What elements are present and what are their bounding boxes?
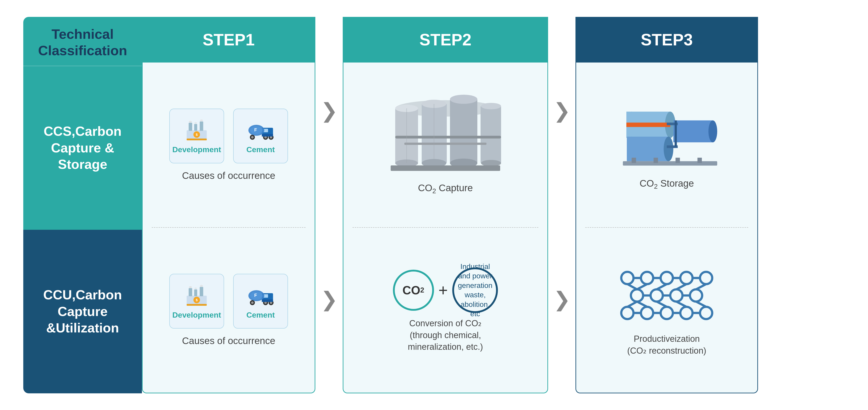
svg-point-6 — [200, 120, 203, 122]
development-icon-box-2: $ Development — [169, 274, 224, 328]
svg-text:$: $ — [196, 132, 198, 136]
svg-point-68 — [664, 137, 673, 161]
svg-point-84 — [700, 272, 712, 284]
step1-ccu-section: $ Development — [143, 228, 315, 393]
arrow-1: ❯ ❯ — [315, 17, 343, 393]
left-body: CCS,Carbon Capture & Storage CCU,Carbon … — [23, 66, 142, 393]
svg-line-100 — [696, 284, 706, 289]
development-icon-box: $ Development — [169, 108, 224, 163]
svg-point-92 — [690, 289, 702, 302]
left-header: Technical Classification — [23, 17, 142, 66]
co2-circle: CO2 — [393, 270, 434, 311]
development-label: Development — [172, 145, 221, 154]
svg-line-98 — [657, 284, 667, 289]
svg-point-83 — [680, 272, 692, 284]
svg-rect-23 — [189, 288, 192, 296]
step1-ccs-section: $ Development — [143, 63, 315, 227]
svg-point-52 — [450, 95, 477, 104]
svg-rect-74 — [675, 121, 677, 147]
svg-rect-75 — [623, 161, 717, 166]
arrow-2-top: ❯ — [553, 17, 570, 205]
arrow-right-icon-3: ❯ — [553, 100, 570, 121]
svg-rect-76 — [631, 158, 636, 163]
svg-point-4 — [189, 121, 192, 123]
svg-rect-51 — [450, 99, 477, 163]
molecule-image — [614, 263, 719, 327]
co2-conversion-diagram: CO2 + Industrial and power generation wa… — [393, 267, 498, 313]
svg-line-114 — [696, 302, 706, 307]
svg-point-80 — [621, 272, 634, 284]
svg-point-91 — [670, 289, 682, 302]
cement-label-2: Cement — [246, 311, 275, 319]
svg-text:F: F — [254, 128, 257, 132]
step3-storage-section: CO2 Storage — [576, 63, 757, 227]
svg-rect-78 — [675, 158, 680, 163]
step2-conversion-caption: Conversion of CO₂ (through chemical, min… — [408, 318, 483, 353]
svg-point-42 — [251, 302, 254, 304]
svg-rect-31 — [187, 304, 207, 306]
svg-rect-2 — [194, 124, 197, 131]
ccu-label: CCU,Carbon Capture &Utilization — [30, 287, 135, 336]
ccs-label: CCS,Carbon Capture & Storage — [30, 123, 135, 173]
arrow-2-bottom: ❯ — [553, 206, 570, 393]
svg-rect-70 — [673, 121, 713, 143]
svg-rect-57 — [395, 136, 501, 138]
step1-ccs-caption: Causes of occurrence — [182, 170, 275, 181]
cement-truck-icon: F — [247, 118, 274, 143]
step1-header: STEP1 — [142, 17, 315, 63]
arrow-right-icon-2: ❯ — [320, 289, 338, 310]
svg-rect-59 — [391, 165, 500, 171]
step3-column: STEP3 — [576, 17, 758, 393]
svg-point-26 — [189, 286, 192, 288]
storage-image — [610, 99, 724, 172]
waste-circle: Industrial and power generation waste, a… — [452, 267, 498, 313]
svg-rect-21 — [262, 134, 273, 137]
svg-point-55 — [481, 103, 501, 109]
step2-body: CO2 Capture CO2 + Industrial and power g… — [343, 63, 548, 393]
arrow-right-icon-1: ❯ — [320, 100, 338, 121]
svg-rect-79 — [698, 158, 702, 163]
svg-line-111 — [637, 302, 647, 307]
step1-icons-row: $ Development — [169, 108, 288, 163]
arrow-right-icon-4: ❯ — [553, 289, 570, 310]
svg-text:$: $ — [196, 298, 198, 302]
left-panel: Technical Classification CCS,Carbon Capt… — [23, 17, 142, 393]
svg-point-90 — [651, 289, 663, 302]
step1-title: STEP1 — [203, 30, 255, 49]
svg-point-5 — [194, 122, 197, 124]
step1-column: STEP1 — [142, 17, 315, 393]
svg-point-105 — [700, 307, 712, 319]
step2-header: STEP2 — [343, 17, 548, 63]
svg-point-20 — [251, 136, 254, 138]
svg-point-56 — [481, 160, 501, 166]
svg-rect-43 — [262, 299, 273, 302]
cement-label: Cement — [246, 145, 275, 154]
svg-text:F: F — [254, 293, 257, 298]
step3-product-section: Productiveization (CO₂ reconstruction) — [576, 228, 757, 393]
step1-ccu-caption: Causes of occurrence — [182, 336, 275, 346]
step3-body: CO2 Storage — [576, 63, 758, 393]
arrow-2: ❯ ❯ — [548, 17, 576, 393]
svg-rect-65 — [626, 123, 670, 127]
arrow-1-top: ❯ — [320, 17, 338, 205]
arrow-1-bottom: ❯ — [320, 206, 338, 393]
svg-rect-67 — [627, 137, 669, 161]
svg-rect-24 — [194, 289, 197, 296]
svg-line-113 — [676, 302, 686, 307]
technical-classification-title: Technical Classification — [30, 26, 135, 59]
svg-rect-58 — [404, 143, 487, 145]
svg-point-28 — [200, 285, 203, 287]
step3-product-caption: Productiveization (CO₂ reconstruction) — [627, 333, 707, 357]
plus-sign: + — [439, 281, 448, 299]
step1-body: $ Development — [142, 63, 315, 393]
svg-line-97 — [637, 284, 647, 289]
svg-line-96 — [627, 284, 637, 289]
svg-point-103 — [660, 307, 673, 319]
step3-title: STEP3 — [641, 30, 693, 49]
step3-storage-caption: CO2 Storage — [640, 178, 694, 190]
step2-ccs-section: CO2 Capture — [343, 63, 548, 227]
svg-line-110 — [627, 302, 637, 307]
svg-point-102 — [641, 307, 653, 319]
svg-point-71 — [709, 121, 717, 143]
svg-rect-54 — [480, 106, 501, 163]
